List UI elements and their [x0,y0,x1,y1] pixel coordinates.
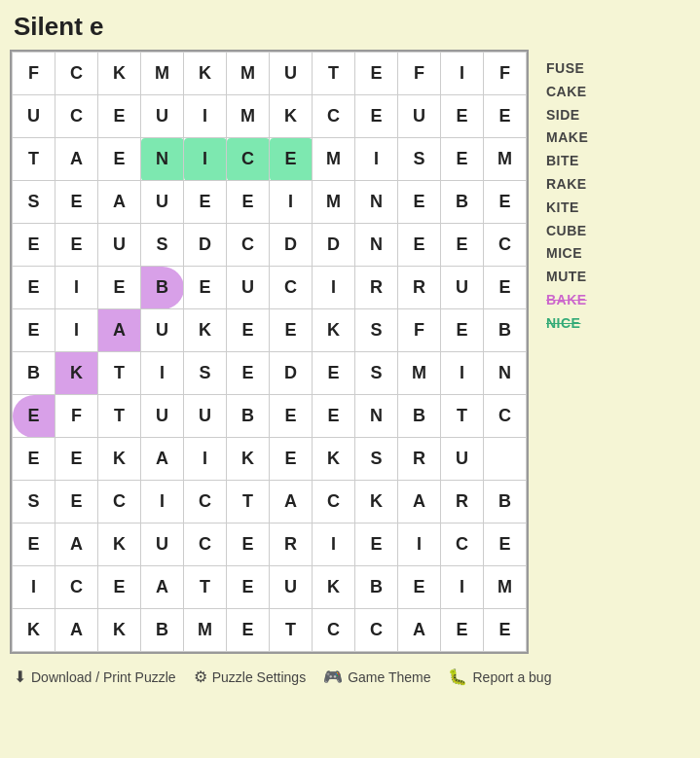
grid-cell[interactable]: B [484,309,527,352]
grid-cell[interactable]: E [484,523,527,566]
grid-cell[interactable]: S [355,352,398,395]
grid-cell[interactable]: U [13,95,55,138]
grid-cell[interactable]: U [270,53,313,95]
grid-cell[interactable]: S [141,224,184,267]
grid-cell[interactable]: K [355,481,398,523]
grid-cell[interactable]: N [484,352,527,395]
grid-cell[interactable]: S [355,309,398,352]
grid-cell[interactable]: I [141,352,184,395]
grid-cell[interactable]: E [355,53,398,95]
grid-cell[interactable]: K [313,438,355,481]
grid-cell[interactable]: M [227,53,270,95]
grid-cell[interactable]: N [355,395,398,438]
grid-cell[interactable]: E [441,224,484,267]
grid-cell[interactable]: I [13,566,55,609]
grid-cell[interactable]: A [398,609,441,652]
grid-cell[interactable]: I [270,181,313,224]
grid-cell[interactable]: U [441,267,484,309]
grid-cell[interactable]: R [355,267,398,309]
grid-cell[interactable]: E [13,438,55,481]
grid-cell[interactable]: D [184,224,227,267]
grid-cell[interactable]: S [13,481,55,523]
grid-cell[interactable]: E [98,138,141,181]
grid-cell[interactable]: E [13,523,55,566]
grid-cell[interactable]: C [313,95,355,138]
grid-cell[interactable]: C [441,523,484,566]
grid-cell[interactable]: E [484,181,527,224]
grid-cell[interactable]: U [184,395,227,438]
grid-cell[interactable]: E [227,309,270,352]
grid-cell[interactable]: K [313,309,355,352]
grid-cell[interactable]: T [98,395,141,438]
grid-cell[interactable]: B [141,267,184,309]
grid-cell[interactable]: U [141,181,184,224]
grid-cell[interactable]: E [270,395,313,438]
grid-cell[interactable]: E [355,95,398,138]
grid-cell[interactable]: C [55,95,98,138]
grid-cell[interactable]: M [184,609,227,652]
grid-cell[interactable]: I [141,481,184,523]
grid-cell[interactable]: A [98,309,141,352]
grid-cell[interactable]: I [55,309,98,352]
grid-cell[interactable]: E [398,224,441,267]
grid-cell[interactable]: N [355,181,398,224]
grid-cell[interactable]: E [227,523,270,566]
grid-cell[interactable]: F [13,53,55,95]
grid-cell[interactable]: I [313,267,355,309]
grid-cell[interactable]: A [141,438,184,481]
grid-cell[interactable]: M [313,181,355,224]
grid-cell[interactable]: C [484,224,527,267]
grid-cell[interactable]: A [55,609,98,652]
grid-cell[interactable]: T [13,138,55,181]
grid-cell[interactable]: E [227,352,270,395]
grid-cell[interactable]: M [141,53,184,95]
grid-cell[interactable]: I [355,138,398,181]
grid-cell[interactable]: E [441,309,484,352]
grid-cell[interactable]: E [313,395,355,438]
grid-cell[interactable]: A [398,481,441,523]
grid-cell[interactable]: U [141,523,184,566]
grid-cell[interactable]: R [270,523,313,566]
grid-cell[interactable]: K [98,523,141,566]
grid-cell[interactable]: C [484,395,527,438]
grid-cell[interactable]: E [441,609,484,652]
grid-cell[interactable]: K [184,309,227,352]
grid-cell[interactable]: R [441,481,484,523]
grid-cell[interactable]: E [355,523,398,566]
grid-cell[interactable]: U [270,566,313,609]
grid-cell[interactable]: C [227,224,270,267]
grid-cell[interactable]: E [270,438,313,481]
grid-cell[interactable]: C [227,138,270,181]
grid-cell[interactable]: I [441,53,484,95]
grid-cell[interactable]: C [55,53,98,95]
grid-cell[interactable]: E [313,352,355,395]
grid-cell[interactable]: I [313,523,355,566]
grid-cell[interactable]: B [355,566,398,609]
game-theme-button[interactable]: 🎮 Game Theme [323,668,430,686]
grid-cell[interactable]: N [355,224,398,267]
grid-cell[interactable]: U [227,267,270,309]
grid-cell[interactable]: T [227,481,270,523]
grid-cell[interactable]: I [184,138,227,181]
grid-cell[interactable]: B [13,352,55,395]
grid-cell[interactable]: E [55,224,98,267]
grid-cell[interactable]: E [55,481,98,523]
grid-cell[interactable]: M [484,138,527,181]
grid-cell[interactable]: C [55,566,98,609]
grid-cell[interactable]: I [398,523,441,566]
grid-cell[interactable]: A [55,523,98,566]
grid-cell[interactable]: M [313,138,355,181]
grid-cell[interactable]: E [441,95,484,138]
download-print-button[interactable]: ⬇ Download / Print Puzzle [14,668,176,686]
grid-cell[interactable]: E [227,181,270,224]
grid-cell[interactable]: U [141,395,184,438]
grid-cell[interactable]: K [227,438,270,481]
grid-cell[interactable]: B [441,181,484,224]
grid-cell[interactable]: E [398,566,441,609]
grid-cell[interactable]: E [98,267,141,309]
grid-cell[interactable]: E [55,181,98,224]
grid-cell[interactable]: E [484,609,527,652]
grid-cell[interactable]: T [313,53,355,95]
grid-cell[interactable]: E [98,566,141,609]
grid-cell[interactable]: E [227,609,270,652]
